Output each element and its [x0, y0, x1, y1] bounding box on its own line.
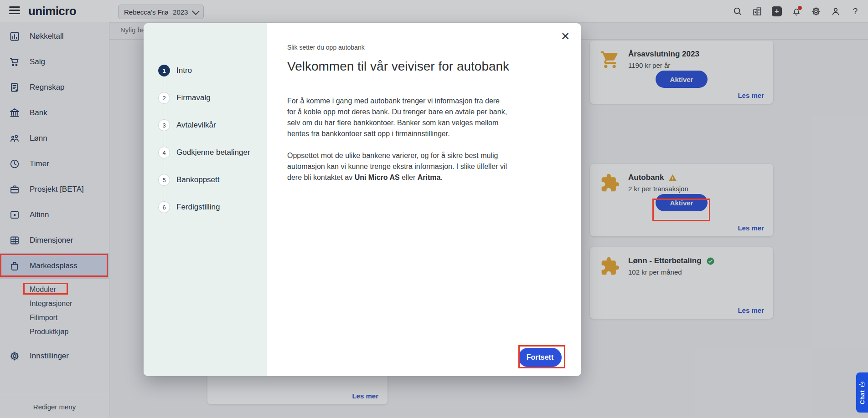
- step-label: Avtalevilkår: [176, 121, 216, 130]
- wizard-step-intro: 1 Intro: [158, 65, 267, 76]
- step-label: Godkjenne betalinger: [176, 148, 250, 157]
- aritma-name: Aritma: [418, 173, 441, 181]
- step-number: 4: [158, 147, 170, 158]
- chat-label: Chat: [859, 390, 866, 404]
- paragraph-text: eller: [400, 173, 418, 181]
- step-label: Firmavalg: [176, 93, 211, 102]
- step-label: Bankoppsett: [176, 175, 220, 184]
- step-label: Intro: [176, 66, 192, 75]
- wizard-eyebrow: Slik setter du opp autobank: [287, 44, 581, 51]
- step-number: 2: [158, 92, 170, 104]
- step-number: 1: [158, 65, 170, 76]
- wizard-body: Slik setter du opp autobank Velkommen ti…: [267, 23, 581, 376]
- wizard-paragraph-1: For å komme i gang med autobank trenger …: [287, 96, 508, 139]
- wizard-step-godkjenne-betalinger: 4 Godkjenne betalinger: [158, 147, 267, 158]
- autobank-wizard-modal: 1 Intro 2 Firmavalg 3 Avtalevilkår 4 God…: [144, 23, 581, 376]
- wizard-paragraph-2: Oppsettet mot de ulike bankene varierer,…: [287, 150, 508, 183]
- robot-icon: [859, 381, 865, 387]
- step-number: 3: [158, 119, 170, 131]
- continue-button[interactable]: Fortsett: [518, 348, 562, 367]
- step-label: Ferdigstilling: [176, 203, 220, 212]
- step-number: 5: [158, 174, 170, 186]
- wizard-steps-panel: 1 Intro 2 Firmavalg 3 Avtalevilkår 4 God…: [144, 23, 267, 376]
- app-root: unimicro Rebecca's Frø 2023 +: [0, 0, 868, 418]
- wizard-title: Velkommen til vår veiviser for autobank: [287, 57, 511, 76]
- uni-micro-as-name: Uni Micro AS: [355, 173, 400, 181]
- chat-button[interactable]: Chat: [856, 372, 868, 413]
- step-number: 6: [158, 201, 170, 213]
- wizard-step-bankoppsett: 5 Bankoppsett: [158, 174, 267, 186]
- wizard-step-avtalevilkar: 3 Avtalevilkår: [158, 119, 267, 131]
- paragraph-text: .: [440, 173, 442, 181]
- wizard-step-firmavalg: 2 Firmavalg: [158, 92, 267, 104]
- wizard-step-ferdigstilling: 6 Ferdigstilling: [158, 201, 267, 213]
- close-icon[interactable]: ✕: [558, 30, 572, 43]
